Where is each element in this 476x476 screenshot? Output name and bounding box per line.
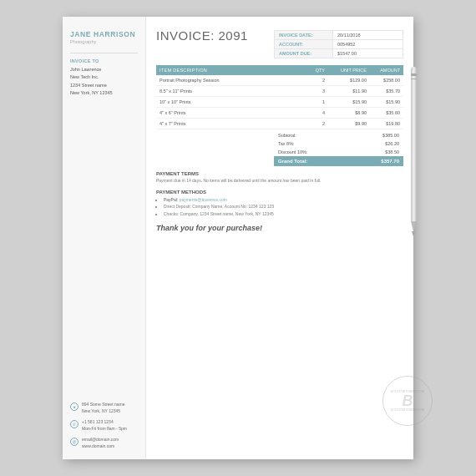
row2-qty: 3: [307, 86, 328, 97]
meta-account-row: ACCOUNT: 0054952: [275, 40, 403, 49]
email-line-2: www.domain.com: [82, 443, 119, 450]
date-label: INVOICE DATE:: [275, 31, 333, 40]
payment-methods-section: PAYMENT METHODS PayPal: payments@busines…: [156, 190, 403, 218]
invoice-header: INVOICE: 2091 INVOICE DATE: 20/11/2018 A…: [156, 28, 403, 58]
invoice-to-label: INVOICE TO: [70, 58, 138, 63]
totals-table: Subtotal: $385.00 Tax 8%: $26.20 Discoun…: [274, 131, 403, 166]
tax-row: Tax 8%: $26.20: [274, 139, 403, 148]
tax-label: Tax 8%:: [274, 139, 350, 148]
col-qty: QTY: [307, 65, 328, 75]
invoice-to-line-3: 1234 Street name: [70, 82, 138, 89]
payment-terms-text: Payment due in 14 days. No items will be…: [156, 178, 403, 185]
row2-amount: $35.70: [370, 86, 403, 97]
payment-methods-heading: PAYMENT METHODS: [156, 190, 403, 195]
table-header-row: ITEM DESCRIPTION QTY UNIT PRICE AMOUNT: [156, 65, 403, 75]
discount-row: Discount 10%: $38.50: [274, 148, 403, 156]
grand-total-label: Grand Total:: [274, 156, 350, 166]
table-row: Portrait Photography Session 2 $129.00 $…: [156, 75, 403, 86]
invoice-meta-table: INVOICE DATE: 20/11/2018 ACCOUNT: 005495…: [274, 30, 403, 58]
invoice-page: JANE HARRISON Photography INVOICE TO Joh…: [63, 17, 413, 459]
grand-total-value: $357.70: [350, 156, 403, 166]
row5-amount: $19.80: [370, 119, 403, 129]
payment-terms-section: PAYMENT TERMS Payment due in 14 days. No…: [156, 171, 403, 190]
row3-amount: $15.90: [370, 97, 403, 108]
row4-qty: 4: [307, 108, 328, 119]
col-description: ITEM DESCRIPTION: [156, 65, 307, 75]
payment-method-3: Checks: Company, 1234 Street name, New Y…: [164, 210, 403, 218]
contact-phone: ✆ +1 581 123 1234 Mon-Fri from 8am - 5pm: [70, 419, 138, 432]
contact-address: ● 894 Some Street name New York, NY 1234…: [70, 402, 138, 414]
payment-method-2: Direct Deposit: Company Name, Account No…: [164, 203, 403, 210]
row3-desc: 10" x 10" Prints: [156, 97, 307, 108]
business-subtitle: Photography: [70, 39, 138, 44]
sidebar: JANE HARRISON Photography INVOICE TO Joh…: [63, 17, 146, 459]
totals-area: Subtotal: $385.00 Tax 8%: $26.20 Discoun…: [156, 131, 403, 166]
email-line-1: email@domain.com: [82, 437, 119, 443]
subtotal-row: Subtotal: $385.00: [274, 131, 403, 139]
invoice-title: INVOICE: 2091: [156, 28, 248, 43]
table-row: 4" x 7" Prints 2 $9.90 $19.80: [156, 119, 403, 129]
row5-price: $9.90: [328, 119, 370, 129]
col-unit-price: UNIT PRICE: [328, 65, 370, 75]
contact-email: @ email@domain.com www.domain.com: [70, 437, 138, 449]
row4-amount: $35.60: [370, 108, 403, 119]
row3-qty: 1: [307, 97, 328, 108]
row5-desc: 4" x 7" Prints: [156, 119, 307, 129]
row1-desc: Portrait Photography Session: [156, 75, 307, 86]
amount-label: AMOUNT DUE:: [275, 49, 333, 58]
table-row: 8.5" x 11" Prints 3 $11.90 $35.70: [156, 86, 403, 97]
phone-line-2: Mon-Fri from 8am - 5pm: [82, 426, 127, 433]
account-value: 0054952: [333, 40, 403, 49]
invoice-to-line-2: New Tech Inc.: [70, 73, 138, 81]
amount-value: $1547.00: [333, 49, 403, 58]
address-icon: ●: [70, 403, 78, 411]
meta-amount-row: AMOUNT DUE: $1547.00: [275, 49, 403, 58]
email-icon: @: [70, 438, 78, 446]
discount-label: Discount 10%:: [274, 148, 350, 156]
watermark: BOLDSTATIONERY.COM B BOLDSTATIONERY.COM: [382, 376, 433, 426]
grand-total-row: Grand Total: $357.70: [274, 156, 403, 166]
row2-price: $11.90: [328, 86, 370, 97]
subtotal-value: $385.00: [350, 131, 403, 139]
main-content: INVOICE: 2091 INVOICE DATE: 20/11/2018 A…: [146, 17, 413, 459]
invoice-to-line-4: New York, NY 12345: [70, 89, 138, 97]
payment-methods-list: PayPal: payments@business.com Direct Dep…: [156, 196, 403, 218]
watermark-logo: B: [403, 393, 413, 408]
row4-price: $8.90: [328, 108, 370, 119]
table-row: 4" x 6" Prints 4 $8.90 $35.60: [156, 108, 403, 119]
subtotal-label: Subtotal:: [274, 131, 350, 139]
tax-value: $26.20: [350, 139, 403, 148]
row1-price: $129.00: [328, 75, 370, 86]
watermark-bottom-text: BOLDSTATIONERY.COM: [391, 408, 424, 412]
payment-terms-heading: PAYMENT TERMS: [156, 171, 403, 176]
row2-desc: 8.5" x 11" Prints: [156, 86, 307, 97]
address-line-1: 894 Some Street name: [82, 402, 124, 408]
row4-desc: 4" x 6" Prints: [156, 108, 307, 119]
discount-value: $38.50: [350, 148, 403, 156]
phone-icon: ✆: [70, 420, 78, 428]
row5-qty: 2: [307, 119, 328, 129]
thank-you: Thank you for your purchase!: [156, 224, 403, 232]
account-label: ACCOUNT:: [275, 40, 333, 49]
table-row: 10" x 10" Prints 1 $15.90 $15.90: [156, 97, 403, 108]
address-line-2: New York, NY 12345: [82, 408, 124, 415]
row1-qty: 2: [307, 75, 328, 86]
payment-method-1: PayPal: payments@business.com: [164, 196, 403, 204]
col-amount: AMOUNT: [370, 65, 403, 75]
meta-date-row: INVOICE DATE: 20/11/2018: [275, 31, 403, 40]
invoice-to-line-1: John Lawrence: [70, 66, 138, 73]
business-name: JANE HARRISON: [70, 30, 138, 39]
row3-price: $15.90: [328, 97, 370, 108]
row1-amount: $258.00: [370, 75, 403, 86]
phone-line-1: +1 581 123 1234: [82, 419, 127, 426]
sidebar-divider-1: [70, 53, 138, 53]
date-value: 20/11/2018: [333, 31, 403, 40]
items-table: ITEM DESCRIPTION QTY UNIT PRICE AMOUNT P…: [156, 65, 403, 129]
